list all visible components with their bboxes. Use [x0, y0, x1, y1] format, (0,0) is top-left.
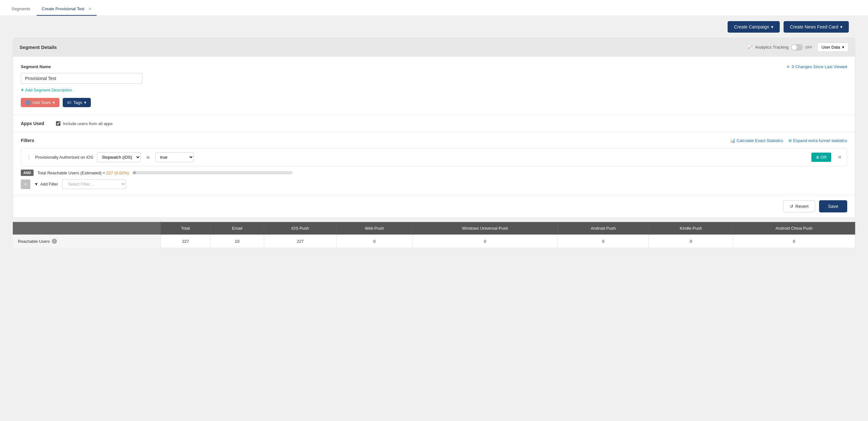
filter-close-icon[interactable]: ✕ — [838, 154, 842, 160]
analytics-tracking: 📈 Analytics Tracking OFF — [747, 44, 812, 51]
col-header-android-china-push: Android China Push — [733, 222, 855, 235]
changes-link[interactable]: ≡ 0 Changes Since Last Viewed — [787, 64, 847, 69]
col-header-kindle-push: Kindle Push — [649, 222, 733, 235]
cell-android-push: 0 — [558, 235, 649, 248]
stats-table: Total Email iOS Push Web Push Windows Un… — [13, 222, 855, 248]
segment-name-row: Segment Name ≡ 0 Changes Since Last View… — [21, 64, 847, 71]
segment-name-body: Segment Name ≡ 0 Changes Since Last View… — [13, 57, 855, 115]
col-header-ios-push: iOS Push — [264, 222, 337, 235]
filter-app-select[interactable]: Stopwatch (iOS) — [97, 152, 141, 162]
close-tab-icon[interactable]: ✕ — [88, 7, 91, 11]
top-actions: Create Campaign Create News Feed Card — [13, 21, 855, 33]
analytics-toggle-switch[interactable] — [791, 44, 803, 51]
col-header-label — [13, 222, 160, 235]
reachable-text: Total Reachable Users (Estimated) ≈ 227 … — [37, 171, 129, 175]
filter-row: ⋮ Provisionally Authorized on iOS Stopwa… — [21, 148, 847, 167]
tab-create-provisional[interactable]: Create Provisional Test ✕ — [37, 3, 97, 16]
card-header: Segment Details 📈 Analytics Tracking OFF — [13, 38, 855, 57]
card-header-actions: 📈 Analytics Tracking OFF User Data — [747, 42, 848, 52]
add-filter-button[interactable]: ▼ Add Filter — [34, 182, 58, 186]
info-icon[interactable]: i — [52, 239, 57, 244]
filter-is-label: is — [147, 155, 149, 160]
chevron-down-icon: ▾ — [53, 100, 55, 105]
include-all-apps-checkbox-wrap[interactable]: Include users from all apps — [56, 121, 113, 126]
plus-icon2: ⊕ — [816, 155, 819, 160]
cell-ios-push: 227 — [264, 235, 337, 248]
cell-android-china-push: 0 — [733, 235, 855, 248]
toggle-state-label: OFF — [805, 46, 812, 49]
tag-buttons: 🌐 Add Team ▾ 🏷 Tags ▾ — [21, 98, 847, 107]
revert-button[interactable]: ↺ Revert — [783, 200, 815, 212]
add-description-link[interactable]: + Add Segment Description — [21, 87, 847, 93]
filters-title: Filters — [21, 138, 34, 143]
table-header-row: Total Email iOS Push Web Push Windows Un… — [13, 222, 855, 235]
row-label-reachable: Reachable Users i — [13, 235, 160, 248]
col-header-windows-push: Windows Universal Push — [412, 222, 558, 235]
top-nav: Segments Create Provisional Test ✕ — [0, 0, 868, 16]
col-header-total: Total — [160, 222, 210, 235]
plus-icon: + — [21, 87, 24, 93]
filters-links: 📊 Calculate Exact Statistics ⊕ Expand ex… — [730, 138, 847, 143]
cell-windows-push: 0 — [412, 235, 558, 248]
progress-bar-fill — [133, 171, 136, 174]
revert-icon: ↺ — [789, 204, 794, 209]
segment-name-label: Segment Name — [21, 64, 51, 69]
select-filter-dropdown[interactable]: Select Filter... — [62, 179, 126, 189]
add-team-button[interactable]: 🌐 Add Team ▾ — [21, 98, 60, 107]
filter-value-select[interactable]: true — [155, 152, 194, 162]
filter-funnel-icon: ▼ — [34, 182, 38, 186]
apps-used-label: Apps Used — [21, 121, 50, 126]
cell-email: 10 — [210, 235, 264, 248]
stats-table-wrap: Total Email iOS Push Web Push Windows Un… — [13, 222, 855, 248]
user-data-button[interactable]: User Data — [817, 42, 848, 52]
segment-details-card: Segment Details 📈 Analytics Tracking OFF — [13, 38, 855, 218]
tag-icon: 🏷 — [67, 100, 71, 105]
reachable-progress-bar — [133, 171, 292, 174]
expand-funnel-link[interactable]: ⊕ Expand extra funnel statistics — [788, 138, 847, 143]
footer-actions: ↺ Revert Save — [13, 195, 855, 217]
toggle-knob — [792, 45, 797, 50]
tab-segments[interactable]: Segments — [6, 3, 35, 16]
col-header-email: Email — [210, 222, 264, 235]
chart-small-icon: 📊 — [730, 138, 735, 143]
segment-name-input[interactable] — [21, 73, 142, 84]
drag-handle-icon[interactable]: ⋮ — [26, 154, 31, 160]
globe-icon: 🌐 — [25, 100, 30, 105]
table-row: Reachable Users i 227 10 227 0 0 0 0 0 — [13, 235, 855, 248]
save-button[interactable]: Save — [819, 200, 847, 212]
filters-section: Filters 📊 Calculate Exact Statistics ⊕ E… — [13, 132, 855, 195]
include-all-apps-checkbox[interactable] — [56, 121, 60, 126]
tags-button[interactable]: 🏷 Tags ▾ — [63, 98, 91, 107]
plus-circle-icon: ⊕ — [788, 138, 792, 143]
cell-web-push: 0 — [336, 235, 412, 248]
add-filter-row: + ▼ Add Filter Select Filter... — [21, 179, 847, 189]
analytics-toggle[interactable]: OFF — [791, 44, 812, 51]
col-header-android-push: Android Push — [558, 222, 649, 235]
cell-total: 227 — [160, 235, 210, 248]
filter-condition-text: Provisionally Authorized on iOS — [35, 155, 93, 160]
create-campaign-button[interactable]: Create Campaign — [727, 21, 780, 33]
and-reachable-row: AND Total Reachable Users (Estimated) ≈ … — [21, 170, 847, 176]
apps-used-section: Apps Used Include users from all apps — [13, 115, 855, 132]
card-header-title: Segment Details — [20, 44, 57, 50]
chevron-down-icon2: ▾ — [84, 100, 86, 105]
col-header-web-push: Web Push — [336, 222, 412, 235]
chart-icon: 📈 — [747, 45, 752, 50]
calculate-stats-link[interactable]: 📊 Calculate Exact Statistics — [730, 138, 783, 143]
or-button[interactable]: ⊕ OR — [811, 153, 832, 162]
filters-header: Filters 📊 Calculate Exact Statistics ⊕ E… — [21, 138, 847, 143]
and-badge: AND — [21, 170, 34, 176]
cell-kindle-push: 0 — [649, 235, 733, 248]
add-filter-plus-icon[interactable]: + — [21, 179, 30, 189]
create-feed-card-button[interactable]: Create News Feed Card — [783, 21, 849, 33]
